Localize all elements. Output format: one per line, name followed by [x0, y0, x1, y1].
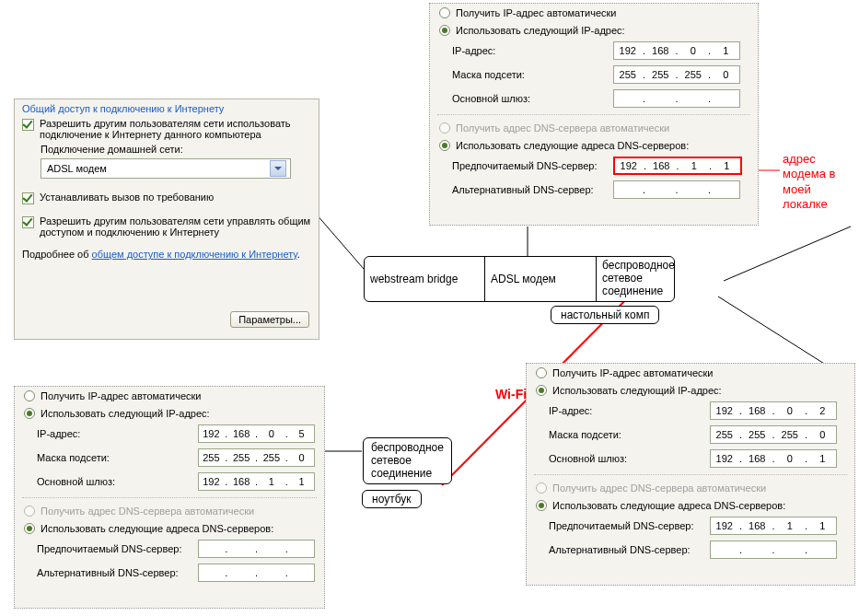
use-ip-radio[interactable]	[536, 385, 547, 396]
use-ip-radio[interactable]	[439, 25, 450, 36]
gateway-input[interactable]: 192.168.1.1	[198, 472, 315, 491]
dns2-label: Альтернативный DNS-сервер:	[536, 544, 710, 555]
auto-dns-radio	[536, 482, 547, 494]
chevron-down-icon	[270, 160, 286, 177]
desktop-cell-adsl: ADSL модем	[485, 257, 597, 301]
preferred-dns-input[interactable]: ...	[198, 540, 315, 558]
ip-address-input[interactable]: 192.168.0.2	[710, 401, 837, 420]
ics-title: Общий доступ к подключению к Интернету	[15, 99, 319, 116]
use-dns-radio[interactable]	[24, 523, 35, 534]
auto-ip-label: Получить IP-адрес автоматически	[456, 7, 749, 18]
home-connection-value: ADSL модем	[47, 163, 107, 174]
dns1-label: Предпочитаемый DNS-сервер:	[439, 160, 613, 171]
gateway-label: Основной шлюз:	[24, 476, 198, 487]
home-connection-label: Подключение домашней сети:	[15, 142, 319, 157]
gateway-input[interactable]: 192.168.0.1	[710, 449, 837, 468]
use-dns-label: Использовать следующие адреса DNS-сервер…	[41, 523, 315, 534]
gateway-label: Основной шлюз:	[536, 453, 710, 464]
use-ip-label: Использовать следующий IP-адрес:	[552, 385, 845, 396]
auto-ip-label: Получить IP-адрес автоматически	[41, 390, 315, 401]
desktop-node: webstream bridge ADSL модем беспроводное…	[364, 256, 675, 302]
mask-label: Маска подсети:	[24, 452, 198, 463]
ics-allow-control-label: Разрешить другим пользователям сети упра…	[40, 215, 311, 238]
gateway-input[interactable]: ...	[613, 89, 740, 108]
use-dns-radio[interactable]	[536, 500, 547, 511]
use-dns-radio[interactable]	[439, 140, 450, 151]
subnet-mask-input[interactable]: 255.255.255.0	[198, 448, 315, 467]
ics-allow-control-checkbox[interactable]	[22, 216, 34, 228]
alt-dns-input[interactable]: ...	[613, 180, 740, 199]
dns2-label: Альтернативный DNS-сервер:	[24, 567, 198, 578]
laptop-tag: ноутбук	[362, 490, 422, 508]
auto-dns-label: Получить адрес DNS-сервера автоматически	[552, 482, 845, 494]
auto-ip-radio[interactable]	[24, 390, 35, 401]
ip-label: IP-адрес:	[24, 428, 198, 439]
use-ip-label: Использовать следующий IP-адрес:	[456, 25, 749, 36]
learn-more-link[interactable]: общем доступе к подключению к Интернету	[92, 249, 297, 260]
desktop-cell-wireless: беспроводное сетевое соединение	[597, 257, 680, 301]
mask-label: Маска подсети:	[439, 69, 613, 80]
auto-ip-radio[interactable]	[439, 7, 450, 18]
use-ip-radio[interactable]	[24, 408, 35, 419]
ics-sharing-panel: Общий доступ к подключению к Интернету Р…	[14, 99, 319, 340]
svg-line-2	[724, 227, 851, 281]
learn-more-prefix: Подробнее об	[22, 249, 92, 260]
dns2-label: Альтернативный DNS-сервер:	[439, 184, 613, 195]
mask-label: Маска подсети:	[536, 429, 710, 440]
ics-allow-share-label: Разрешить другим пользователям сети испо…	[40, 118, 311, 140]
modem-address-annotation: адрес модема в моей локалке	[783, 152, 835, 212]
ip-label: IP-адрес:	[439, 45, 613, 56]
ip-label: IP-адрес:	[536, 405, 710, 416]
home-connection-dropdown[interactable]: ADSL модем	[41, 158, 291, 179]
subnet-mask-input[interactable]: 255.255.255.0	[710, 425, 837, 444]
ip-address-input[interactable]: 192.168.0.1	[613, 41, 740, 60]
auto-dns-label: Получить адрес DNS-сервера автоматически	[41, 506, 315, 517]
wifi-label: Wi-Fi	[495, 387, 527, 401]
svg-line-0	[316, 214, 364, 269]
ip-address-input[interactable]: 192.168.0.5	[198, 424, 315, 443]
dns1-label: Предпочитаемый DNS-сервер:	[24, 543, 198, 554]
alt-dns-input[interactable]: ...	[710, 540, 837, 559]
auto-dns-radio	[24, 506, 35, 517]
auto-dns-radio	[439, 122, 450, 134]
ip-panel-laptop-wireless: Получить IP-адрес автоматически Использо…	[14, 386, 325, 609]
use-dns-label: Использовать следующие адреса DNS-сервер…	[552, 500, 845, 511]
auto-dns-label: Получить адрес DNS-сервера автоматически	[456, 122, 749, 134]
preferred-dns-input[interactable]: 192.168.1.1	[613, 157, 742, 175]
svg-line-3	[718, 296, 829, 366]
laptop-wireless-node: беспроводное сетевое соединение	[363, 437, 452, 484]
desktop-tag: настольный комп	[551, 306, 659, 324]
auto-ip-radio[interactable]	[536, 367, 547, 378]
params-button[interactable]: Параметры...	[230, 311, 309, 328]
ics-dial-on-demand-checkbox[interactable]	[22, 192, 34, 204]
use-dns-label: Использовать следующие адреса DNS-сервер…	[456, 140, 749, 151]
use-ip-label: Использовать следующий IP-адрес:	[41, 408, 315, 419]
ip-panel-desktop-wireless: Получить IP-адрес автоматически Использо…	[526, 363, 855, 586]
subnet-mask-input[interactable]: 255.255.255.0	[613, 65, 740, 84]
ics-dial-on-demand-label: Устанавливать вызов по требованию	[40, 192, 311, 203]
gateway-label: Основной шлюз:	[439, 93, 613, 104]
preferred-dns-input[interactable]: 192.168.1.1	[710, 517, 837, 535]
alt-dns-input[interactable]: ...	[198, 564, 315, 582]
ics-allow-share-checkbox[interactable]	[22, 119, 34, 131]
dns1-label: Предпочитаемый DNS-сервер:	[536, 520, 710, 531]
ip-panel-desktop-adsl: Получить IP-адрес автоматически Использо…	[429, 3, 759, 226]
auto-ip-label: Получить IP-адрес автоматически	[552, 367, 845, 378]
desktop-cell-webstream: webstream bridge	[365, 257, 485, 301]
